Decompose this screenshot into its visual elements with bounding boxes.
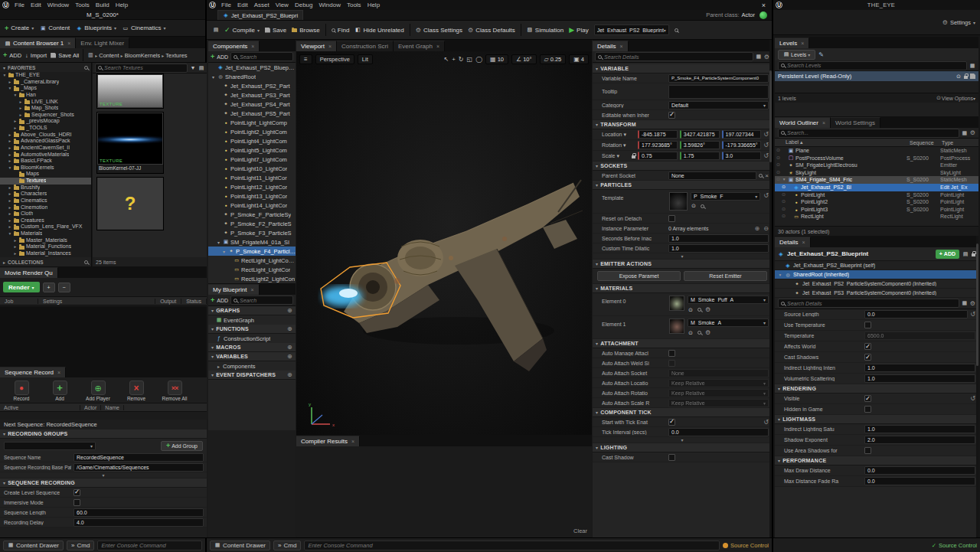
folder-tree-item[interactable]: ▸ Cloth [0,211,91,217]
search-details-box[interactable] [595,52,753,61]
folder-tree-item[interactable]: ▸ Sequencer_Shots [0,112,91,119]
tab-details[interactable]: Details× [775,237,811,247]
component-tree-item[interactable]: PointLight5_LightCom [208,145,296,155]
viewport-menu-button[interactable]: ≡ [299,54,312,64]
variable-category-item[interactable]: ▸Components [208,361,296,371]
folder-tree-item[interactable]: ▾ Han [0,92,91,99]
menu-item[interactable]: Help [364,1,383,9]
folder-tree-item[interactable]: ▸ Cinematics [0,198,91,204]
visibility-eye-icon[interactable]: ⊙ [782,213,786,220]
checkbox[interactable] [668,350,675,357]
checkbox[interactable] [668,112,675,119]
component-tree-item[interactable]: RectLight2_LightCon [208,274,296,283]
close-icon[interactable]: × [328,44,332,49]
asset-tile[interactable]: ? [96,177,164,230]
folder-list-icon[interactable]: ▥ [87,52,93,58]
class-settings-button[interactable]: ⚙Class Settings [416,27,462,34]
folder-tree-item[interactable]: ▾ BloomKernels [0,165,91,171]
add-blueprint-item-button[interactable]: +ADD [211,296,228,304]
component-tree-item[interactable]: ▾ SharedRoot [208,72,296,81]
folder-tree-item[interactable]: ▾ Materials [0,230,91,237]
materials-section-header[interactable]: ▾MATERIALS [593,284,772,293]
column-header[interactable]: Status [181,299,207,304]
event-graph-item[interactable]: EventGraph [208,315,296,325]
base-path-field[interactable]: /Game/Cinematics/Sequences [74,463,204,472]
browse-button[interactable]: Browse [292,27,320,34]
console-input[interactable] [308,542,716,549]
expander-icon[interactable]: ▸ [8,152,12,158]
visibility-eye-icon[interactable]: ⊙ [776,147,780,155]
add-component-button[interactable]: +ADD [211,53,228,60]
save-button[interactable]: Save [265,27,286,34]
parent-socket-field[interactable]: None [668,171,756,180]
render-button[interactable]: Render▾ [3,282,40,292]
folder-tree-item[interactable]: ▸ _TOOLS [0,125,91,132]
move-tool-icon[interactable]: + [452,56,456,63]
category-dropdown[interactable]: Default▾ [668,101,769,109]
tab-world-settings[interactable]: World Settings [831,117,880,128]
expander-icon[interactable]: ▸ [8,198,12,204]
search-my-blueprint-input[interactable] [240,298,290,303]
breadcrumb-item[interactable]: Textures [165,52,187,59]
actor-type[interactable]: StaticMesh [940,176,977,184]
recorder-button[interactable]: Add Player [80,381,116,401]
actor-row[interactable]: ⊙ SM_FrigateLightElectrosu Emitter [775,162,978,169]
expander-icon[interactable]: ▸ [8,191,12,198]
save-level-icon[interactable] [970,73,975,79]
search-levels-box[interactable] [778,61,967,70]
group-dropdown[interactable]: ▾ [4,442,96,450]
menu-item[interactable]: Edit [28,1,44,9]
material-dropdown[interactable]: M_Smoke_Puff_A▾ [688,296,769,304]
expand-advanced-icon[interactable]: ▾ [593,437,772,443]
material-dropdown[interactable]: M_Smoke_A▾ [688,318,769,327]
rendering-section-header[interactable]: ▾RENDERING [775,384,978,394]
expander-icon[interactable]: ▸ [8,158,12,165]
world-space-icon[interactable]: ◯ [475,56,482,63]
expander-icon[interactable]: ▾ [782,176,786,184]
expander-icon[interactable]: ▸ [8,185,12,191]
blueprints-button[interactable]: Blueprints▾ [76,24,116,31]
folder-tree-item[interactable]: ▸ _previsMocap [0,118,91,125]
lock-icon[interactable] [964,76,968,79]
recorder-button[interactable]: Record [3,381,40,401]
hierarchy-row[interactable]: Jet_Exhaust_PS2_ParticleSystemComponent0… [775,279,978,289]
gear-icon[interactable]: ⚙ [970,129,975,136]
expander-icon[interactable]: ▸ [13,118,18,125]
column-header[interactable]: Actor [80,405,101,410]
grid-snap-control[interactable]: ▦10 [485,54,508,64]
blueprint-menu-icon[interactable]: ▤ [962,251,969,257]
visibility-eye-icon[interactable]: ⊙ [782,184,786,191]
component-tree-item[interactable]: PointLight12_LightCor [208,182,296,191]
expander-icon[interactable]: ▸ [8,211,12,217]
component-tree-item[interactable]: Jet_Exhaust_PS2_Blueprint [208,63,296,72]
component-tree-item[interactable]: PointLight_LightComp [208,118,296,127]
transform-section-header[interactable]: ▾TRANSFORM [593,120,772,129]
expand-advanced-icon[interactable]: ▾ [593,253,772,260]
recorder-button[interactable]: Remove All [156,381,193,401]
material-thumbnail[interactable] [669,296,684,311]
cinematics-button[interactable]: ▭Cinematics▾ [122,24,166,31]
search-assets-box[interactable] [95,64,188,73]
number-field[interactable]: 0.0 [864,466,975,475]
add-button[interactable]: +ADD [3,51,21,59]
number-field[interactable]: 2.0 [864,436,975,444]
persistent-level-row[interactable]: Persistent Level (Read-Only) [775,71,978,81]
visibility-eye-icon[interactable]: ⊙ [782,191,786,199]
number-field[interactable]: 60.0 [74,508,204,517]
add-group-button[interactable]: +Add Group [161,441,203,451]
folder-tree-item[interactable]: ▸ Creatures [0,217,91,224]
cmd-button[interactable]: »Cmd [273,541,301,550]
search-icon[interactable] [84,66,88,70]
checkbox[interactable] [668,215,675,222]
attachment-section-header[interactable]: ▾ATTACHMENT [593,339,772,348]
visibility-eye-icon[interactable]: ⊙ [776,162,780,169]
use-selected-icon[interactable]: ⊙ [691,203,697,209]
camera-speed-control[interactable]: ▣4 [569,54,589,64]
lock-icon[interactable] [632,155,635,158]
reset-to-default-icon[interactable]: ↺ [763,419,769,426]
folder-tree-item[interactable]: ▸ AdvancedGlassPack [0,138,91,145]
folder-tree-item[interactable]: ▸ AutomotiveMaterials [0,152,91,158]
source-control-button[interactable]: ✓Source Control [932,542,977,549]
search-details-input[interactable] [604,54,750,60]
expander-icon[interactable]: ▸ [8,138,12,145]
